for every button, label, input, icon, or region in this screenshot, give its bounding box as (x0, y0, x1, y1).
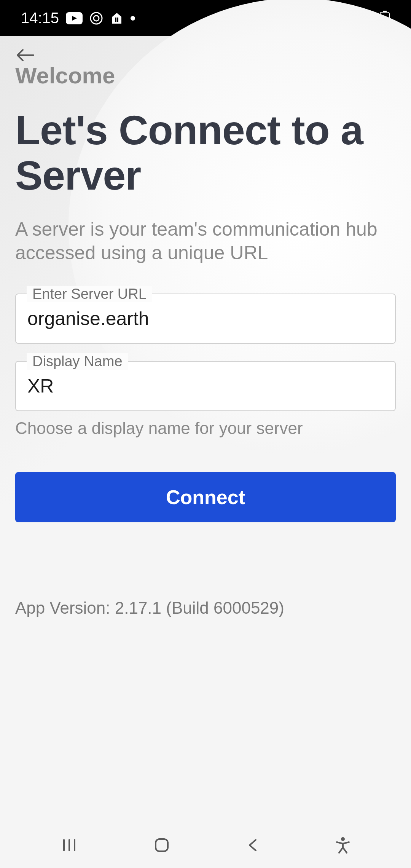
dot-icon (131, 16, 135, 21)
svg-rect-4 (117, 18, 118, 22)
recent-apps-button[interactable] (60, 836, 78, 854)
app-version: App Version: 2.17.1 (Build 6000529) (15, 598, 396, 617)
svg-rect-16 (156, 839, 168, 851)
page-subtitle: A server is your team's communication hu… (15, 217, 396, 265)
status-time: 14:15 (21, 10, 59, 27)
youtube-icon (66, 12, 83, 24)
navigation-bar (0, 822, 411, 868)
welcome-label: Welcome (15, 62, 396, 89)
display-name-label: Display Name (27, 353, 128, 370)
content-area: Welcome Let's Connect to a Server A serv… (0, 36, 411, 822)
back-button[interactable] (15, 48, 396, 64)
server-url-label: Enter Server URL (27, 286, 152, 302)
svg-point-2 (94, 16, 99, 21)
accessibility-button[interactable] (335, 836, 351, 854)
display-name-field-container: Display Name (15, 361, 396, 411)
food-icon (110, 11, 124, 25)
status-left: 14:15 (21, 10, 135, 27)
svg-point-17 (341, 837, 345, 841)
connect-button[interactable]: Connect (15, 472, 396, 522)
back-nav-button[interactable] (245, 836, 260, 854)
home-button[interactable] (153, 836, 171, 854)
svg-rect-3 (115, 18, 116, 22)
svg-point-1 (91, 13, 102, 24)
server-url-field-container: Enter Server URL (15, 294, 396, 344)
sync-icon (89, 11, 103, 25)
page-title: Let's Connect to a Server (15, 108, 396, 198)
display-name-helper: Choose a display name for your server (15, 419, 396, 438)
